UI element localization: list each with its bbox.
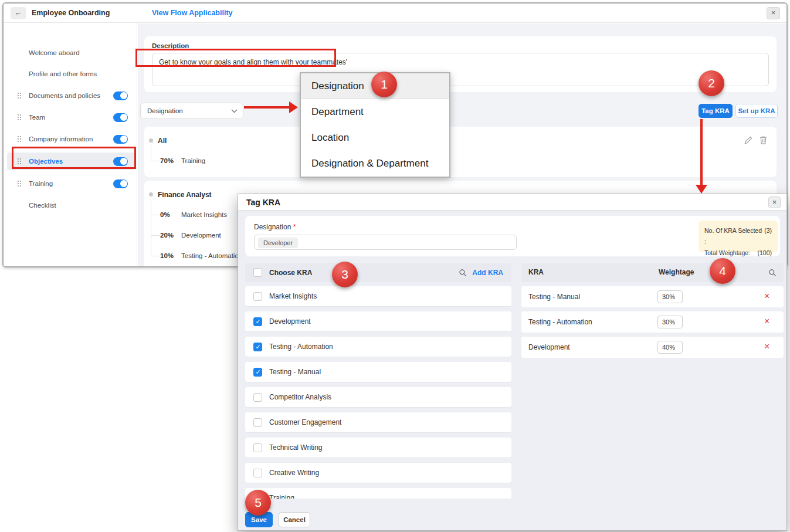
annotation-arrow-right-line xyxy=(244,106,290,109)
annotation-badge-4: 4 xyxy=(710,258,735,284)
objectives-toggle[interactable] xyxy=(113,157,128,166)
kra-option-row[interactable]: Testing - Automation xyxy=(245,337,511,357)
select-all-checkbox[interactable] xyxy=(253,268,262,277)
kra-option-label: Competitor Analysis xyxy=(269,393,331,401)
choose-kra-header: Choose KRA Add KRA xyxy=(245,263,511,282)
kra-option-row[interactable]: Development xyxy=(245,311,511,331)
sidebar-item-label: Training xyxy=(29,180,53,187)
kra-checkbox[interactable] xyxy=(253,343,262,351)
page-title: Employee Onboarding xyxy=(32,9,110,17)
kra-checkbox[interactable] xyxy=(253,393,262,402)
annotation-badge-1: 1 xyxy=(371,72,397,97)
sidebar-item-label: Checklist xyxy=(29,202,56,209)
company-information-toggle[interactable] xyxy=(113,135,128,144)
kra-label: Market Insights xyxy=(181,211,227,218)
kra-checkbox[interactable] xyxy=(253,418,262,427)
remove-kra-icon[interactable]: × xyxy=(764,316,769,327)
weightage-input[interactable] xyxy=(657,290,683,303)
kra-checkbox[interactable] xyxy=(253,469,262,477)
menu-item-designation-department[interactable]: Designation & Department xyxy=(301,151,449,177)
drag-handle-icon[interactable] xyxy=(18,93,22,99)
training-toggle[interactable] xyxy=(113,179,128,188)
kra-option-row[interactable]: Training xyxy=(245,488,511,499)
tagged-kra-label: Testing - Automation xyxy=(528,318,592,326)
applicability-select[interactable]: Designation xyxy=(140,103,243,119)
kra-option-row[interactable]: Competitor Analysis xyxy=(245,387,511,407)
kra-checkbox[interactable] xyxy=(253,292,262,301)
team-toggle[interactable] xyxy=(113,113,128,122)
kra-option-label: Training xyxy=(269,494,294,499)
remove-kra-icon[interactable]: × xyxy=(764,291,769,301)
group-name: All xyxy=(158,137,167,145)
kra-checkbox[interactable] xyxy=(253,317,262,326)
annotation-arrow-down-line xyxy=(700,119,703,185)
tagged-kra-list: Testing - Manual × Testing - Automation … xyxy=(521,286,784,362)
drag-handle-icon[interactable] xyxy=(18,136,22,142)
applicability-select-value: Designation xyxy=(147,107,183,114)
drag-handle-icon[interactable] xyxy=(18,114,22,120)
tag-kra-modal: Tag KRA × Designation * Developer No. Of… xyxy=(238,194,787,531)
weightage-input[interactable] xyxy=(657,316,683,328)
sidebar-item-profile-forms[interactable]: Profile and other forms xyxy=(7,65,135,83)
tagged-kra-label: Development xyxy=(528,343,570,351)
description-input[interactable]: Get to know your goals and align them wi… xyxy=(152,53,769,86)
weightage-input[interactable] xyxy=(657,341,683,354)
sidebar-item-training[interactable]: Training xyxy=(7,175,135,192)
weightage-column-title: Weightage xyxy=(659,268,694,276)
designation-label-text: Designation xyxy=(254,223,291,231)
tagged-kra-row: Testing - Manual × xyxy=(521,286,784,307)
kra-option-label: Market Insights xyxy=(269,292,317,300)
view-flow-applicability-link[interactable]: View Flow Applicability xyxy=(152,9,233,17)
sidebar-item-company-information[interactable]: Company information xyxy=(7,130,135,148)
set-up-kra-button[interactable]: Set up KRA xyxy=(735,104,778,118)
sidebar-item-label: Company information xyxy=(29,135,93,143)
sidebar-item-welcome-aboard[interactable]: Welcome aboard xyxy=(7,44,135,62)
kra-option-label: Technical Writing xyxy=(269,443,322,452)
drag-handle-icon[interactable] xyxy=(18,181,22,187)
drag-handle-icon[interactable] xyxy=(18,158,22,164)
kra-option-row[interactable]: Testing - Manual xyxy=(245,362,511,382)
sidebar-item-team[interactable]: Team xyxy=(7,109,135,126)
designation-label: Designation * xyxy=(254,223,296,231)
modal-designation-card: Designation * Developer No. Of KRA Selec… xyxy=(245,216,780,256)
kra-option-row[interactable]: Market Insights xyxy=(245,286,511,306)
add-kra-link[interactable]: Add KRA xyxy=(472,269,503,277)
tagged-kra-label: Testing - Manual xyxy=(528,293,580,301)
sidebar-item-documents-policies[interactable]: Documents and policies xyxy=(7,87,135,104)
window-close-button[interactable]: × xyxy=(767,7,780,19)
kra-option-label: Customer Engagement xyxy=(269,418,341,426)
documents-policies-toggle[interactable] xyxy=(113,92,128,100)
annotation-badge-5: 5 xyxy=(245,490,271,516)
tagged-kra-row: Development × xyxy=(521,337,784,358)
tag-kra-button[interactable]: Tag KRA xyxy=(699,104,733,118)
sidebar-item-label: Team xyxy=(29,114,45,121)
kra-option-row[interactable]: Technical Writing xyxy=(245,438,511,458)
modal-close-button[interactable]: × xyxy=(768,196,781,208)
search-icon[interactable] xyxy=(459,269,467,277)
required-asterisk: * xyxy=(293,223,296,231)
kra-summary-box: No. Of KRA Selected : (3) Total Weightag… xyxy=(699,221,778,252)
tree-line xyxy=(151,198,151,256)
kra-option-label: Testing - Automation xyxy=(269,343,333,351)
kra-option-row[interactable]: Customer Engagement xyxy=(245,412,511,432)
menu-item-location[interactable]: Location xyxy=(301,125,449,151)
kra-option-row[interactable]: Creative Writing xyxy=(245,463,511,483)
tagged-kra-header: KRA Weightage xyxy=(521,263,784,282)
kra-checkbox[interactable] xyxy=(253,443,262,452)
kra-checkbox[interactable] xyxy=(253,368,262,377)
search-icon[interactable] xyxy=(768,269,777,277)
kra-percent: 0% xyxy=(160,211,179,218)
delete-icon[interactable] xyxy=(759,135,769,146)
designation-input[interactable]: Developer xyxy=(254,235,517,250)
menu-item-department[interactable]: Department xyxy=(301,99,449,125)
description-value: Get to know your goals and align them wi… xyxy=(159,58,347,66)
designation-chip: Developer xyxy=(258,238,298,248)
remove-kra-icon[interactable]: × xyxy=(764,341,769,352)
total-weightage-value: (100) xyxy=(757,248,772,259)
kra-selected-value: (3) xyxy=(764,225,772,248)
cancel-button[interactable]: Cancel xyxy=(279,512,310,527)
edit-icon[interactable] xyxy=(744,135,754,146)
back-button[interactable]: ← xyxy=(11,7,26,19)
sidebar-item-objectives[interactable]: Objectives xyxy=(7,153,135,170)
sidebar-item-checklist[interactable]: Checklist xyxy=(7,196,135,214)
